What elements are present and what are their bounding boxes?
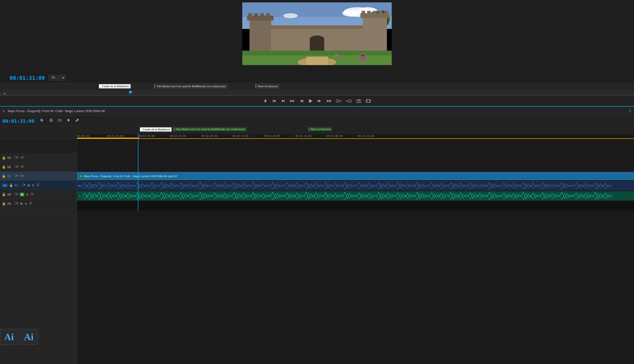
play-icon: [308, 98, 313, 104]
svg-rect-14: [260, 13, 264, 17]
a1-fx-badge: fx: [78, 185, 82, 187]
v2-label: V2: [7, 165, 12, 169]
svg-rect-61: [336, 100, 339, 102]
a2-track-row: fx: [77, 191, 634, 201]
tc-9: 00:03:15:00: [358, 135, 374, 138]
a2-m-badge[interactable]: M: [20, 192, 24, 196]
a1-lock-icon[interactable]: 🔓: [9, 184, 13, 187]
v3-empty-spacer: [77, 139, 634, 153]
tc-0: 01:00:00: [78, 135, 89, 138]
playhead-a2: [138, 191, 138, 201]
prev-frame-btn[interactable]: [298, 98, 305, 104]
next-frame-btn[interactable]: [316, 98, 323, 104]
v1-lock-icon[interactable]: 🔓: [2, 174, 6, 178]
fit-dropdown[interactable]: Fit 25% 50% 75% 100%: [49, 75, 65, 80]
add-marker-btn[interactable]: [262, 98, 269, 104]
svg-marker-47: [273, 100, 276, 102]
v2-eye-btn[interactable]: [20, 165, 24, 169]
playhead-v2-row: [138, 162, 138, 172]
camera-btn[interactable]: [355, 98, 362, 104]
svg-rect-73: [370, 100, 370, 100]
a1-cam-icon: [22, 184, 25, 186]
marker-river[interactable]: River la Garonne: [256, 84, 280, 88]
trim-out-btn[interactable]: [345, 98, 353, 104]
ripple-edit-btn[interactable]: [57, 118, 63, 124]
a2-lock-icon[interactable]: 🔓: [2, 192, 6, 196]
v1-track-header: 🔓 V1: [0, 172, 77, 181]
prev-frame-icon: [300, 99, 303, 103]
a2-audio-clip[interactable]: fx: [77, 192, 634, 200]
svg-point-33: [353, 33, 354, 34]
tc-1: 00:01:15:00: [107, 135, 123, 138]
a1-audio-clip[interactable]: fx /* decorative */: [77, 181, 634, 190]
a1-badge[interactable]: A1: [2, 184, 8, 187]
in-point-btn[interactable]: [271, 98, 278, 104]
play-btn[interactable]: [307, 98, 314, 104]
progress-bar: [77, 138, 139, 138]
svg-point-40: [335, 54, 338, 57]
svg-marker-45: [264, 99, 266, 103]
a1-mic-btn[interactable]: [36, 183, 40, 188]
film-btn[interactable]: [364, 98, 372, 104]
a3-mic-btn[interactable]: [29, 201, 32, 206]
svg-rect-13: [254, 13, 258, 17]
a3-cam-btn[interactable]: [14, 201, 18, 206]
timeline-content: 🔓 V3 🔓 V2: [0, 126, 634, 364]
goto-out-btn[interactable]: [325, 98, 333, 104]
out-point-btn[interactable]: [280, 98, 286, 104]
transport-controls: [0, 96, 634, 106]
v3-lock-icon[interactable]: 🔓: [2, 156, 6, 160]
svg-point-87: [22, 157, 23, 158]
svg-point-30: [326, 35, 327, 36]
a1-cam-btn[interactable]: [21, 183, 26, 188]
timeline-tools: 00:01:31:09: [0, 116, 634, 126]
wrench-btn[interactable]: [74, 118, 80, 124]
a3-s-btn[interactable]: S: [24, 202, 27, 206]
close-timeline-btn[interactable]: ✕: [2, 109, 5, 113]
v3-eye-btn[interactable]: [20, 156, 24, 160]
a2-mic-icon: [30, 192, 34, 196]
svg-marker-56: [318, 100, 319, 102]
v2-lock-icon[interactable]: 🔓: [2, 165, 6, 169]
a3-track-header: 🔓 A3 M S: [0, 199, 77, 208]
track-select-btn[interactable]: [48, 118, 54, 124]
svg-rect-92: [14, 175, 17, 177]
a3-lock-icon[interactable]: 🔓: [2, 202, 6, 206]
selection-tool-btn[interactable]: [40, 118, 45, 124]
v2-cam-icon: [14, 165, 18, 168]
goto-out-icon: [326, 99, 331, 103]
v2-eye-icon: [20, 165, 24, 168]
castle-svg: [242, 2, 392, 65]
timeline-markers-row: _Castle de la Madeleine This Marker won'…: [77, 126, 634, 134]
svg-rect-98: [37, 184, 38, 185]
a2-label: A2: [7, 193, 12, 196]
trim-out-icon: [346, 99, 352, 103]
svg-point-31: [338, 31, 339, 32]
v1-camera-btn[interactable]: [14, 174, 18, 178]
marker-tool-btn[interactable]: [66, 118, 71, 124]
a2-cam-btn[interactable]: [14, 192, 18, 197]
timeline-menu-btn[interactable]: ☰: [629, 110, 632, 113]
a3-m-btn[interactable]: M: [20, 202, 23, 206]
svg-marker-49: [282, 100, 284, 102]
tl-marker-no-multirender[interactable]: This Marker won't be used for MultiRende…: [174, 127, 246, 131]
a1-s-btn[interactable]: S: [32, 184, 34, 187]
marker-no-multirender[interactable]: This Marker won't be used for MultiRende…: [154, 84, 228, 88]
in-icon: [272, 99, 276, 103]
v3-camera-btn[interactable]: [14, 156, 18, 160]
a1-m-btn[interactable]: M: [27, 184, 30, 187]
a2-s-btn[interactable]: S: [26, 192, 28, 196]
v1-eye-btn[interactable]: [20, 174, 24, 178]
goto-in-btn[interactable]: [288, 98, 296, 104]
svg-rect-18: [362, 11, 365, 14]
marker-castle[interactable]: _Castle de la Madeleine: [99, 84, 131, 88]
svg-rect-22: [384, 11, 388, 14]
v2-track-row: [77, 162, 634, 172]
ai-label-2: Ai: [20, 329, 38, 345]
trim-in-btn[interactable]: [334, 98, 343, 104]
tl-marker-river[interactable]: River la Garonne: [308, 127, 332, 131]
tl-marker-castle[interactable]: _Castle de la Madeleine: [140, 127, 172, 132]
v2-camera-btn[interactable]: [14, 165, 18, 169]
v1-video-clip[interactable]: fx Mayu Puma - Dragonfly -From M- Craft-…: [77, 172, 634, 180]
a2-mic-btn[interactable]: [30, 192, 34, 197]
